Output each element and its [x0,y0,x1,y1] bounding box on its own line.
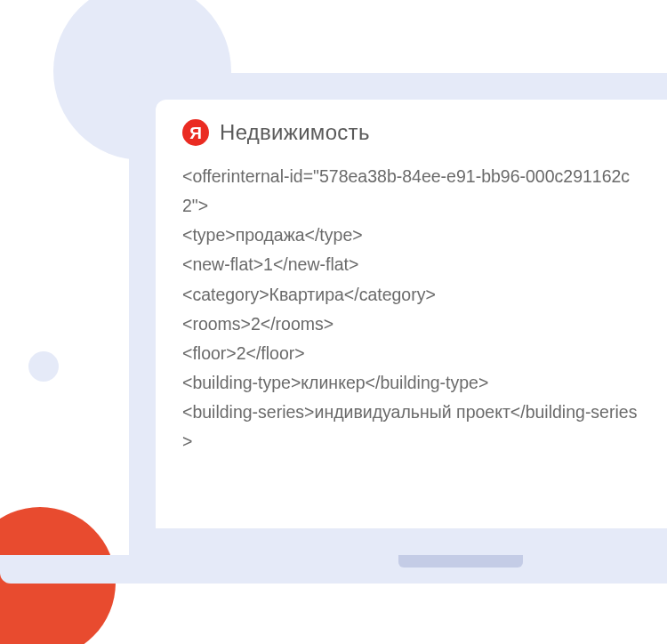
code-line: <offerinternal-id="578ea38b-84ee-e91-bb9… [182,162,640,221]
code-line: <building-series>индивидуальный проект</… [182,398,640,456]
code-line: <new-flat>1</new-flat> [182,250,640,279]
code-line: <floor>2</floor> [182,339,640,368]
decorative-circle-small [28,351,59,382]
code-line: <type>продажа</type> [182,221,640,250]
laptop-base [0,555,667,584]
yandex-logo-icon: Я [182,119,209,146]
xml-snippet: <offerinternal-id="578ea38b-84ee-e91-bb9… [182,162,640,456]
laptop-notch [398,555,523,568]
brand: Я Недвижимость [182,119,640,146]
brand-title: Недвижимость [220,120,370,145]
screen: Я Недвижимость <offerinternal-id="578ea3… [156,100,667,528]
code-line: <building-type>клинкер</building-type> [182,368,640,398]
code-line: <category>Квартира</category> [182,280,640,310]
code-line: <rooms>2</rooms> [182,310,640,339]
